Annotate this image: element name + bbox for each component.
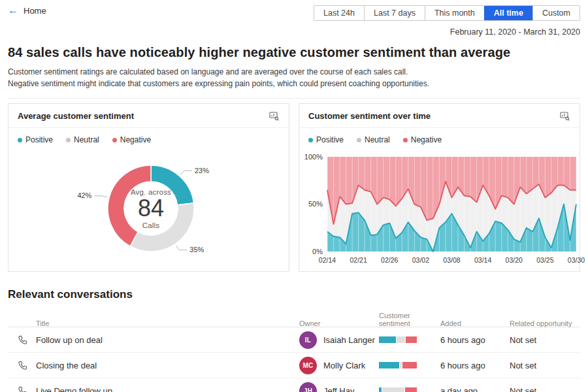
neutral-segment bbox=[397, 336, 405, 343]
negative-segment bbox=[406, 336, 417, 343]
negative-dot-icon bbox=[403, 138, 408, 142]
svg-text:02/14: 02/14 bbox=[319, 256, 336, 264]
show-data-icon[interactable] bbox=[559, 110, 570, 122]
filter-all-time[interactable]: All time bbox=[484, 6, 532, 20]
legend-positive: Positive bbox=[308, 135, 344, 144]
donut-legend: Positive Neutral Negative bbox=[8, 128, 289, 148]
avatar: MC bbox=[299, 357, 317, 374]
neutral-segment bbox=[400, 362, 402, 368]
neutral-segment bbox=[382, 387, 404, 392]
insight-title: 84 sales calls have noticeably higher ne… bbox=[8, 45, 580, 60]
filter-last-24h[interactable]: Last 24h bbox=[314, 6, 364, 20]
neutral-dot-icon bbox=[66, 138, 71, 142]
added-cell: 6 hours ago bbox=[440, 361, 510, 370]
col-related: Related opportunity bbox=[510, 319, 580, 327]
owner-cell: IL Isaiah Langer bbox=[299, 331, 379, 349]
card-title: Customer sentiment over time bbox=[308, 111, 431, 121]
added-cell: a day ago bbox=[440, 386, 510, 392]
table-row[interactable]: Follow up on deal IL Isaiah Langer 6 hou… bbox=[8, 327, 580, 353]
related-opportunity-cell: Not set bbox=[510, 386, 580, 392]
legend-neutral: Neutral bbox=[357, 135, 390, 144]
svg-text:03/02: 03/02 bbox=[412, 256, 429, 264]
back-button[interactable]: ← Home bbox=[8, 5, 46, 16]
card-title: Average customer sentiment bbox=[18, 111, 134, 121]
owner-name: Isaiah Langer bbox=[323, 335, 375, 345]
owner-name: Jeff Hay bbox=[323, 386, 354, 392]
owner-cell: MC Molly Clark bbox=[299, 357, 379, 374]
donut-center-label: Avg. across 84 Calls bbox=[131, 188, 171, 229]
svg-text:03/25: 03/25 bbox=[536, 256, 553, 264]
average-sentiment-card: Average customer sentiment Positive Neut… bbox=[8, 103, 289, 272]
col-owner: Owner bbox=[299, 319, 379, 327]
positive-segment bbox=[379, 362, 399, 368]
svg-text:03/30: 03/30 bbox=[568, 256, 585, 264]
svg-text:50%: 50% bbox=[308, 200, 323, 208]
legend-positive: Positive bbox=[18, 135, 53, 144]
conversations-table: Title Owner Customer sentiment Added Rel… bbox=[8, 312, 580, 392]
sentiment-bar bbox=[379, 362, 417, 368]
filter-this-month[interactable]: This month bbox=[425, 6, 484, 20]
positive-segment bbox=[379, 336, 396, 343]
related-opportunity-cell: Not set bbox=[510, 335, 580, 345]
svg-text:23%: 23% bbox=[195, 167, 209, 174]
added-cell: 6 hours ago bbox=[440, 335, 510, 345]
phone-icon bbox=[8, 385, 36, 392]
back-label: Home bbox=[24, 6, 46, 16]
svg-text:0%: 0% bbox=[312, 248, 323, 255]
area-chart: 0%50%100%02/1402/2102/2603/0203/0803/140… bbox=[299, 148, 581, 270]
back-arrow-icon: ← bbox=[8, 5, 18, 16]
description-line-1: Customer sentiment ratings are calculate… bbox=[8, 67, 408, 76]
conversation-title: Live Demo follow up bbox=[36, 386, 299, 392]
positive-segment bbox=[379, 387, 382, 392]
table-header-row: Title Owner Customer sentiment Added Rel… bbox=[8, 312, 580, 327]
svg-text:42%: 42% bbox=[77, 191, 91, 199]
neutral-dot-icon bbox=[357, 138, 361, 142]
negative-dot-icon bbox=[112, 138, 117, 142]
conversation-title: Closing the deal bbox=[36, 361, 299, 370]
legend-neutral: Neutral bbox=[66, 135, 99, 144]
negative-segment bbox=[402, 362, 417, 368]
filter-last-7-days[interactable]: Last 7 days bbox=[364, 6, 425, 20]
insight-description: Customer sentiment ratings are calculate… bbox=[8, 66, 580, 90]
card-header: Customer sentiment over time bbox=[299, 104, 580, 128]
section-divider bbox=[8, 98, 580, 99]
show-data-icon[interactable] bbox=[269, 110, 280, 122]
legend-negative: Negative bbox=[112, 135, 151, 144]
donut-chart-area: 23%35%42% Avg. across 84 Calls bbox=[8, 148, 289, 270]
phone-icon bbox=[8, 335, 36, 345]
page: ← Home Last 24h Last 7 days This month A… bbox=[0, 0, 588, 392]
charts-row: Average customer sentiment Positive Neut… bbox=[8, 103, 580, 272]
sentiment-bar bbox=[379, 387, 417, 392]
avatar: JH bbox=[299, 382, 317, 392]
related-opportunity-cell: Not set bbox=[510, 361, 580, 370]
topbar: ← Home Last 24h Last 7 days This month A… bbox=[8, 0, 580, 22]
positive-dot-icon bbox=[308, 138, 313, 142]
area-chart-area: 0%50%100%02/1402/2102/2603/0203/0803/140… bbox=[299, 148, 580, 270]
col-sentiment: Customer sentiment bbox=[379, 312, 440, 327]
negative-segment bbox=[405, 387, 417, 392]
legend-negative: Negative bbox=[403, 135, 442, 144]
svg-text:03/20: 03/20 bbox=[506, 256, 523, 264]
conversation-title: Follow up on deal bbox=[36, 335, 299, 345]
description-line-2: Negative sentiment might indicate that c… bbox=[8, 79, 429, 88]
owner-name: Molly Clark bbox=[323, 361, 365, 370]
svg-text:03/08: 03/08 bbox=[443, 256, 460, 264]
conversations-heading: Relevant conversations bbox=[8, 288, 580, 301]
sentiment-bar bbox=[379, 336, 417, 343]
svg-text:03/14: 03/14 bbox=[474, 256, 491, 264]
area-legend: Positive Neutral Negative bbox=[299, 128, 580, 148]
svg-text:35%: 35% bbox=[189, 246, 204, 253]
avatar: IL bbox=[299, 331, 317, 349]
owner-cell: JH Jeff Hay bbox=[299, 382, 379, 392]
table-row[interactable]: Live Demo follow up JH Jeff Hay a day ag… bbox=[8, 378, 580, 392]
filter-custom[interactable]: Custom bbox=[532, 6, 580, 20]
col-added: Added bbox=[440, 319, 510, 327]
svg-text:02/26: 02/26 bbox=[381, 256, 398, 264]
time-filter-group: Last 24h Last 7 days This month All time… bbox=[314, 5, 580, 21]
table-row[interactable]: Closing the deal MC Molly Clark 6 hours … bbox=[8, 353, 580, 378]
svg-text:100%: 100% bbox=[304, 153, 323, 161]
phone-icon bbox=[8, 360, 36, 370]
sentiment-over-time-card: Customer sentiment over time Positive Ne… bbox=[299, 103, 580, 272]
positive-dot-icon bbox=[18, 138, 22, 142]
col-title: Title bbox=[36, 319, 299, 327]
